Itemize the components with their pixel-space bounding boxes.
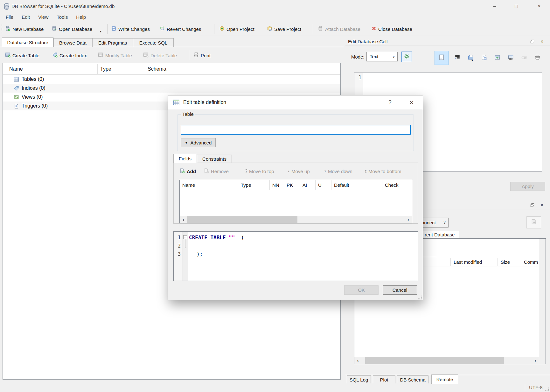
scroll-left-icon[interactable]: ‹ bbox=[180, 216, 187, 223]
create-index-button[interactable]: Create Index bbox=[52, 50, 87, 60]
close-panel-icon[interactable]: × bbox=[540, 201, 543, 209]
print-button[interactable]: Print bbox=[193, 50, 211, 60]
scroll-right-icon[interactable]: › bbox=[405, 216, 412, 223]
dialog-close-button[interactable]: × bbox=[405, 95, 419, 109]
print-cell-button[interactable] bbox=[534, 54, 541, 61]
float-panel-icon[interactable] bbox=[530, 203, 535, 208]
revert-changes-button[interactable]: Revert Changes bbox=[159, 24, 201, 34]
column-check[interactable]: Check bbox=[382, 180, 412, 190]
cancel-button[interactable]: Cancel bbox=[383, 285, 417, 295]
table-group-label: Table bbox=[181, 111, 195, 117]
fold-margin[interactable] bbox=[183, 232, 188, 281]
sql-code[interactable]: CREATE TABLE "" ( ); bbox=[189, 234, 244, 258]
remote-push-button[interactable] bbox=[526, 216, 541, 228]
fields-table-hscrollbar[interactable]: ‹ › bbox=[180, 216, 412, 223]
dialog-help-button[interactable]: ? bbox=[383, 95, 397, 109]
tab-sql-log[interactable]: SQL Log bbox=[347, 375, 371, 383]
move-to-top-button[interactable]: ▴ Move to top bbox=[246, 166, 274, 176]
tab-constraints[interactable]: Constraints bbox=[197, 155, 232, 163]
tree-row-tables[interactable]: Tables (0) bbox=[3, 75, 340, 84]
text-mode-button[interactable] bbox=[435, 51, 449, 65]
open-database-dropdown-arrow[interactable]: ▾ bbox=[100, 30, 101, 33]
move-up-icon: ▴ bbox=[288, 170, 289, 173]
column-pk[interactable]: PK bbox=[284, 180, 300, 190]
mode-select[interactable]: Text ∨ bbox=[366, 52, 398, 61]
scrollbar-thumb[interactable] bbox=[187, 216, 297, 223]
remote-connect-text: onnect bbox=[421, 218, 436, 227]
add-field-button[interactable]: Add bbox=[179, 166, 196, 176]
column-default[interactable]: Default bbox=[331, 180, 382, 190]
copy-link-button[interactable] bbox=[507, 54, 514, 61]
column-nn[interactable]: NN bbox=[270, 180, 284, 190]
close-button[interactable]: × bbox=[532, 0, 547, 13]
tab-remote[interactable]: Remote bbox=[431, 374, 458, 384]
move-to-bottom-button[interactable]: ▾ Move to bottom bbox=[365, 166, 401, 176]
export-cell-button[interactable] bbox=[480, 54, 487, 61]
menu-file[interactable]: File bbox=[2, 13, 17, 22]
window-resize-grip[interactable] bbox=[545, 387, 549, 392]
column-name[interactable]: Name bbox=[180, 180, 238, 190]
tab-database-structure[interactable]: Database Structure bbox=[2, 37, 53, 47]
scrollbar-thumb[interactable] bbox=[365, 357, 504, 364]
column-type[interactable]: Type bbox=[238, 180, 270, 190]
maximize-button[interactable]: □ bbox=[509, 0, 524, 13]
set-null-button[interactable] bbox=[520, 54, 527, 61]
remote-list-hscrollbar[interactable]: ‹ › bbox=[354, 357, 539, 364]
write-changes-icon bbox=[111, 26, 116, 32]
dialog-resize-grip[interactable] bbox=[418, 295, 422, 301]
delete-table-button[interactable]: Delete Table bbox=[143, 50, 177, 60]
tree-row-indices[interactable]: Indices (0) bbox=[3, 84, 340, 93]
column-u[interactable]: U bbox=[316, 180, 331, 190]
table-name-input[interactable] bbox=[181, 125, 411, 135]
remote-list-vscrollbar[interactable] bbox=[539, 239, 546, 364]
tab-edit-pragmas[interactable]: Edit Pragmas bbox=[92, 38, 133, 47]
tree-column-type[interactable]: Type bbox=[100, 63, 111, 75]
menu-help[interactable]: Help bbox=[72, 13, 90, 22]
menu-tools[interactable]: Tools bbox=[52, 13, 72, 22]
apply-button[interactable]: Apply bbox=[510, 182, 545, 191]
tree-column-schema[interactable]: Schema bbox=[148, 63, 166, 75]
encoding-indicator[interactable]: UTF-8 bbox=[529, 383, 543, 392]
open-in-app-button[interactable] bbox=[494, 54, 501, 61]
dialog-title-bar[interactable]: Edit table definition ? × bbox=[168, 95, 423, 109]
null-icon bbox=[521, 54, 527, 62]
scroll-left-icon[interactable]: ‹ bbox=[354, 357, 361, 364]
open-database-button[interactable]: Open Database bbox=[52, 24, 92, 34]
write-changes-button[interactable]: Write Changes bbox=[111, 24, 150, 34]
open-project-icon bbox=[219, 26, 225, 32]
new-database-button[interactable]: New Database bbox=[5, 24, 44, 34]
save-project-button[interactable]: Save Project bbox=[267, 24, 301, 34]
scroll-right-icon[interactable]: › bbox=[532, 357, 539, 364]
ok-button[interactable]: OK bbox=[344, 285, 379, 295]
word-wrap-button[interactable] bbox=[454, 54, 461, 61]
menu-view[interactable]: View bbox=[34, 13, 52, 22]
tab-plot[interactable]: Plot bbox=[373, 375, 395, 383]
tree-column-name[interactable]: Name bbox=[9, 63, 23, 75]
tab-execute-sql[interactable]: Execute SQL bbox=[133, 38, 174, 47]
column-last-modified[interactable]: Last modified bbox=[454, 257, 482, 267]
close-panel-icon[interactable]: × bbox=[540, 38, 543, 46]
advanced-button[interactable]: ▼ Advanced bbox=[181, 138, 216, 147]
menu-edit[interactable]: Edit bbox=[17, 13, 34, 22]
chevron-down-icon: ∨ bbox=[392, 52, 395, 61]
float-panel-icon[interactable] bbox=[530, 39, 535, 45]
cell-settings-button[interactable] bbox=[401, 52, 412, 62]
move-down-button[interactable]: ▾ Move down bbox=[324, 166, 352, 176]
create-table-button[interactable]: Create Table bbox=[5, 50, 39, 60]
modify-table-button[interactable]: Modify Table bbox=[98, 50, 132, 60]
tab-fields[interactable]: Fields bbox=[173, 154, 197, 163]
print-icon bbox=[193, 52, 199, 59]
column-commit[interactable]: Comm bbox=[524, 257, 538, 267]
tab-db-schema[interactable]: DB Schema bbox=[397, 375, 428, 383]
attach-database-button[interactable]: Attach Database bbox=[318, 24, 360, 34]
column-ai[interactable]: AI bbox=[300, 180, 316, 190]
close-database-button[interactable]: Close Database bbox=[372, 24, 412, 34]
open-project-button[interactable]: Open Project bbox=[219, 24, 254, 34]
move-up-button[interactable]: ▴ Move up bbox=[288, 166, 310, 176]
minimize-button[interactable]: – bbox=[487, 0, 502, 13]
column-size[interactable]: Size bbox=[501, 257, 510, 267]
import-dropdown-arrow[interactable]: ▼ bbox=[471, 59, 474, 62]
table-group-box: Table ▼ Advanced bbox=[177, 114, 414, 151]
remove-field-button[interactable]: Remove bbox=[204, 166, 229, 176]
tab-browse-data[interactable]: Browse Data bbox=[53, 38, 92, 47]
